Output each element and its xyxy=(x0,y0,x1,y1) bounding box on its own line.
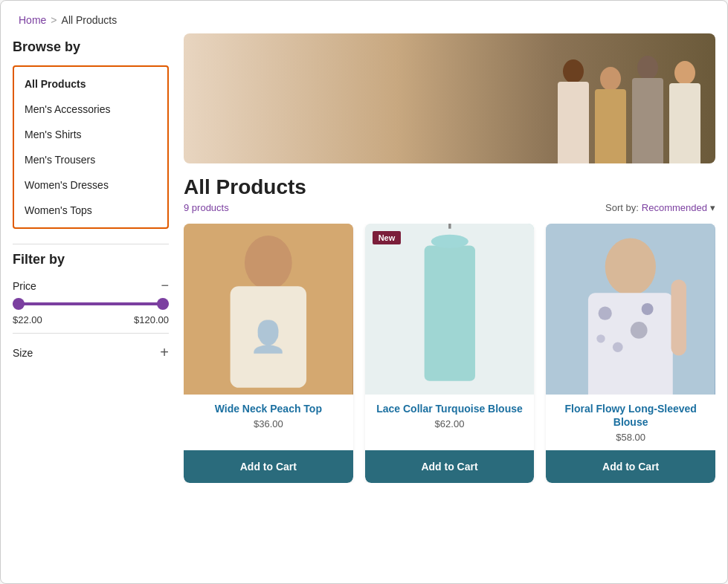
svg-point-10 xyxy=(605,238,656,295)
person-body-3 xyxy=(632,78,663,163)
svg-point-1 xyxy=(245,236,292,290)
page-title: All Products xyxy=(184,175,715,199)
sort-chevron-icon: ▾ xyxy=(710,202,715,213)
filter-heading: Filter by xyxy=(13,252,169,267)
person-head-1 xyxy=(563,59,584,83)
price-toggle[interactable]: − xyxy=(161,278,169,293)
products-count: 9 products xyxy=(184,202,229,213)
category-list: All Products Men's Accessories Men's Shi… xyxy=(13,65,169,229)
add-to-cart-button-3[interactable]: Add to Cart xyxy=(546,450,715,483)
svg-text:👤: 👤 xyxy=(249,319,288,355)
products-meta: 9 products Sort by: Recommended ▾ xyxy=(184,202,715,213)
person-head-3 xyxy=(637,56,658,80)
person-head-4 xyxy=(674,61,695,85)
size-toggle[interactable]: + xyxy=(160,344,169,361)
product-card-floral-flowy-long-sleeved-blouse: Floral Flowy Long-Sleeved Blouse $58.00 … xyxy=(546,224,715,483)
product-price-2: $62.00 xyxy=(374,418,526,429)
slider-track xyxy=(13,302,169,305)
breadcrumb-separator: > xyxy=(51,14,57,26)
person-4 xyxy=(669,61,700,163)
app-window: Home > All Products Browse by All Produc… xyxy=(0,0,728,584)
svg-rect-17 xyxy=(671,279,686,355)
svg-point-6 xyxy=(431,235,468,248)
sidebar: Browse by All Products Men's Accessories… xyxy=(13,33,169,571)
product-card-lace-collar-turquoise-blouse: New Lace Collar Turquoise Blouse $62.00 … xyxy=(365,224,535,483)
product-card-wide-neck-peach-top: 👤 Wide Neck Peach Top $36.00 Add to Cart xyxy=(184,224,353,483)
sidebar-item-mens-shirts[interactable]: Men's Shirts xyxy=(14,122,167,147)
person-3 xyxy=(632,56,663,163)
svg-rect-5 xyxy=(424,246,474,381)
product-image-turquoise xyxy=(365,224,535,395)
sort-value: Recommended xyxy=(642,202,707,213)
filter-section: Filter by Price − $22.00 $120.00 xyxy=(13,252,169,361)
product-image-wrap-3 xyxy=(546,224,715,395)
sort-by-dropdown[interactable]: Sort by: Recommended ▾ xyxy=(605,202,715,213)
slider-fill xyxy=(13,302,169,305)
price-label: Price xyxy=(13,280,36,292)
add-to-cart-button-2[interactable]: Add to Cart xyxy=(365,450,535,483)
hero-banner xyxy=(184,33,715,163)
person-body-2 xyxy=(595,89,626,163)
svg-point-12 xyxy=(599,307,612,320)
slider-thumb-max[interactable] xyxy=(157,298,169,310)
svg-point-13 xyxy=(631,322,648,339)
price-slider[interactable]: $22.00 $120.00 xyxy=(13,302,169,325)
sidebar-item-mens-trousers[interactable]: Men's Trousers xyxy=(14,147,167,172)
main-content: All Products 9 products Sort by: Recomme… xyxy=(184,33,715,571)
product-price-1: $36.00 xyxy=(193,418,344,429)
size-filter-row: Size + xyxy=(13,344,169,361)
product-name-2: Lace Collar Turquoise Blouse xyxy=(374,402,526,415)
svg-point-14 xyxy=(613,342,623,352)
product-name-3: Floral Flowy Long-Sleeved Blouse xyxy=(555,402,706,429)
product-price-3: $58.00 xyxy=(555,432,706,443)
svg-point-16 xyxy=(597,334,605,343)
product-info-1: Wide Neck Peach Top $36.00 xyxy=(184,395,353,437)
product-badge-new: New xyxy=(373,231,402,244)
browse-heading: Browse by xyxy=(13,39,169,55)
person-head-2 xyxy=(600,67,621,91)
breadcrumb: Home > All Products xyxy=(1,1,727,33)
sidebar-item-womens-dresses[interactable]: Women's Dresses xyxy=(14,172,167,198)
products-grid: 👤 Wide Neck Peach Top $36.00 Add to Cart xyxy=(184,224,715,483)
price-range: $22.00 $120.00 xyxy=(13,314,169,325)
person-2 xyxy=(595,67,626,163)
breadcrumb-home[interactable]: Home xyxy=(19,14,46,26)
price-filter-row: Price − xyxy=(13,278,169,293)
sidebar-divider xyxy=(13,244,169,244)
hero-figures xyxy=(558,56,700,163)
sort-label: Sort by: xyxy=(605,202,639,213)
person-1 xyxy=(558,59,589,163)
sidebar-item-all-products[interactable]: All Products xyxy=(14,71,167,97)
product-info-2: Lace Collar Turquoise Blouse $62.00 xyxy=(365,395,535,437)
product-name-1: Wide Neck Peach Top xyxy=(193,402,344,415)
product-image-wrap-2: New xyxy=(365,224,535,395)
price-max: $120.00 xyxy=(134,314,169,325)
slider-thumb-min[interactable] xyxy=(13,298,25,310)
person-body-1 xyxy=(558,82,589,163)
sidebar-item-mens-accessories[interactable]: Men's Accessories xyxy=(14,97,167,122)
price-min: $22.00 xyxy=(13,314,42,325)
product-image-peach: 👤 xyxy=(184,224,353,395)
product-info-3: Floral Flowy Long-Sleeved Blouse $58.00 xyxy=(546,395,715,450)
add-to-cart-button-1[interactable]: Add to Cart xyxy=(184,450,353,483)
person-body-4 xyxy=(669,83,700,163)
product-image-floral xyxy=(546,224,715,395)
svg-point-15 xyxy=(642,303,654,315)
size-label: Size xyxy=(13,347,33,359)
breadcrumb-current: All Products xyxy=(62,14,117,26)
size-divider xyxy=(13,333,169,334)
sidebar-item-womens-tops[interactable]: Women's Tops xyxy=(14,198,167,223)
product-image-wrap-1: 👤 xyxy=(184,224,353,395)
